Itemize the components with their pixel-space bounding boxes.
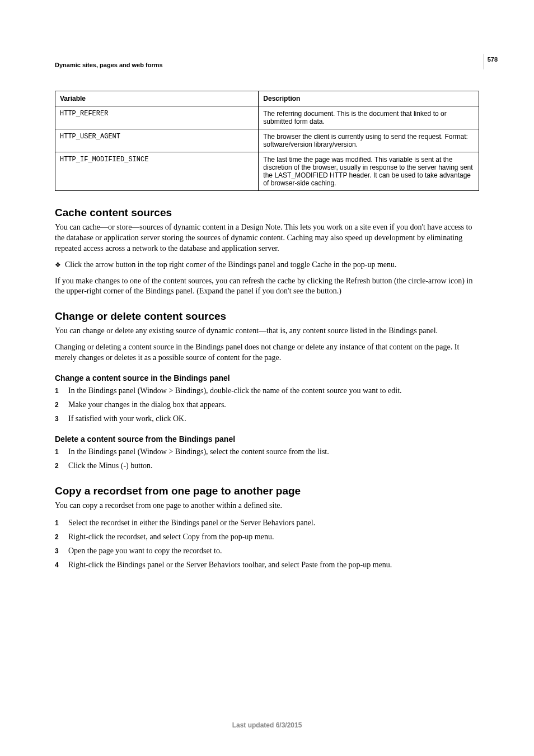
description-cell: The referring document. This is the docu…	[259, 106, 479, 129]
table-header-row: Variable Description	[55, 91, 479, 106]
page-number: 578	[488, 56, 498, 63]
page-container: 578 Dynamic sites, pages and web forms V…	[0, 0, 534, 756]
paragraph: Changing or deleting a content source in…	[55, 342, 479, 363]
steps-list: Select the recordset in either the Bindi…	[55, 517, 479, 571]
footer-last-updated: Last updated 6/3/2015	[0, 721, 534, 729]
table-header-description: Description	[259, 91, 479, 106]
variable-cell: HTTP_REFERER	[55, 106, 259, 129]
step-item: Click the Minus (-) button.	[65, 460, 479, 472]
variable-cell: HTTP_IF_MODIFIED_SINCE	[55, 152, 259, 191]
heading-copy-recordset: Copy a recordset from one page to anothe…	[55, 485, 479, 497]
variables-table: Variable Description HTTP_REFERER The re…	[55, 91, 479, 191]
paragraph: You can cache—or store—sources of dynami…	[55, 222, 479, 254]
step-item: If satisfied with your work, click OK.	[65, 413, 479, 424]
step-item: Select the recordset in either the Bindi…	[65, 517, 479, 529]
subheading-change-content-source: Change a content source in the Bindings …	[55, 374, 479, 382]
steps-list: In the Bindings panel (Window > Bindings…	[55, 385, 479, 424]
running-header: Dynamic sites, pages and web forms	[55, 62, 479, 68]
steps-list: In the Bindings panel (Window > Bindings…	[55, 446, 479, 472]
step-item: Make your changes in the dialog box that…	[65, 399, 479, 410]
paragraph: If you make changes to one of the conten…	[55, 276, 479, 297]
bullet-text: Click the arrow button in the top right …	[65, 260, 397, 270]
page-number-frame: 578	[484, 54, 498, 69]
paragraph: You can copy a recordset from one page t…	[55, 501, 479, 511]
description-cell: The browser the client is currently usin…	[259, 129, 479, 152]
step-item: In the Bindings panel (Window > Bindings…	[65, 385, 479, 396]
table-row: HTTP_IF_MODIFIED_SINCE The last time the…	[55, 152, 479, 191]
variable-cell: HTTP_USER_AGENT	[55, 129, 259, 152]
heading-change-delete-content-sources: Change or delete content sources	[55, 310, 479, 323]
diamond-bullet-icon: ❖	[55, 260, 65, 270]
step-item: In the Bindings panel (Window > Bindings…	[65, 446, 479, 458]
description-cell: The last time the page was modified. Thi…	[259, 152, 479, 191]
step-item: Open the page you want to copy the recor…	[65, 545, 479, 557]
step-item: Right-click the recordset, and select Co…	[65, 531, 479, 543]
table-row: HTTP_REFERER The referring document. Thi…	[55, 106, 479, 129]
step-item: Right-click the Bindings panel or the Se…	[65, 559, 479, 571]
heading-cache-content-sources: Cache content sources	[55, 207, 479, 219]
table-header-variable: Variable	[55, 91, 259, 106]
subheading-delete-content-source: Delete a content source from the Binding…	[55, 435, 479, 444]
bullet-item: ❖ Click the arrow button in the top righ…	[55, 260, 479, 270]
paragraph: You can change or delete any existing so…	[55, 326, 479, 337]
table-row: HTTP_USER_AGENT The browser the client i…	[55, 129, 479, 152]
